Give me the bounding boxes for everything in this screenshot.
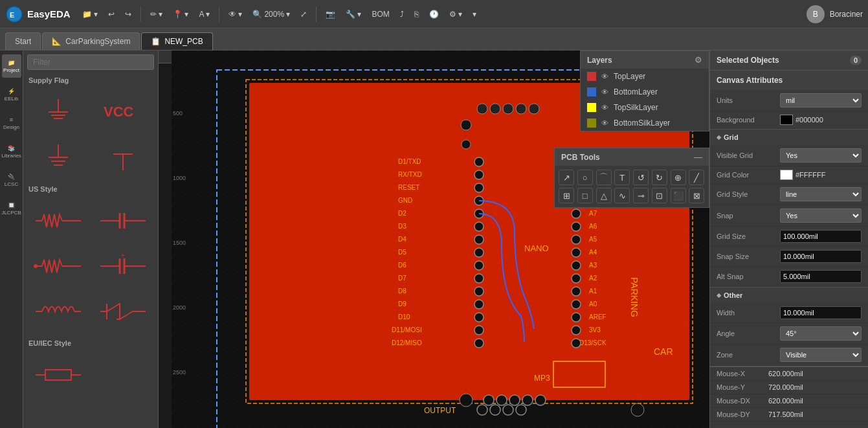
pcb-tool-arc[interactable]: ⌒ — [596, 170, 612, 185]
pcb-tool-via[interactable]: ⊕ — [671, 170, 686, 185]
list-item[interactable] — [28, 291, 88, 332]
filter-input[interactable] — [27, 54, 154, 70]
tab-carparkingsystem[interactable]: 📐 CarParkingSystem — [42, 32, 140, 50]
pcb-tool-rotate-cw[interactable]: ↻ — [652, 170, 667, 185]
list-item[interactable] — [28, 92, 88, 132]
alt-snap-input[interactable] — [780, 270, 862, 283]
pcb-tool-measure[interactable]: ⊸ — [633, 188, 649, 203]
pcb-tool-cutout[interactable]: ⊡ — [652, 188, 667, 203]
sidebar-eelib-btn[interactable]: ⚡ EELib — [2, 83, 21, 106]
history-btn[interactable]: 🕐 — [425, 7, 443, 21]
draw-menu-btn[interactable]: ✏ ▾ — [146, 7, 166, 21]
visible-grid-row: Visible Grid Yes No — [710, 145, 868, 166]
pcb-tool-3d[interactable]: ⬛ — [671, 188, 686, 203]
pcb-tool-rect[interactable]: □ — [577, 188, 593, 203]
redo-btn[interactable]: ↪ — [121, 7, 135, 21]
pcb-tool-copper[interactable]: ∿ — [614, 188, 630, 203]
grid-size-label: Grid Size — [717, 232, 775, 240]
angle-select[interactable]: 0° 45° 90° 180° — [780, 326, 862, 341]
layer-item-bottomlayer[interactable]: 👁 BottomLayer — [581, 84, 709, 100]
snap-size-input[interactable] — [780, 250, 862, 263]
layer-item-toplayer[interactable]: 👁 TopLayer — [581, 69, 709, 84]
place-menu-btn[interactable]: 📍 ▾ — [169, 7, 192, 21]
fit-btn[interactable]: ⤢ — [296, 7, 311, 21]
other-label: Other — [724, 291, 742, 299]
tab-start[interactable]: Start — [5, 32, 41, 50]
export-btn[interactable]: ⤴ — [396, 7, 408, 21]
pcb-tool-circle[interactable]: ○ — [577, 170, 593, 185]
units-select[interactable]: mil mm inch — [780, 93, 862, 107]
bottomlayer-visibility-icon[interactable]: 👁 — [601, 88, 608, 96]
app-logo[interactable]: E EasyEDA — [5, 5, 71, 23]
background-value[interactable]: #000000 — [780, 115, 862, 125]
list-item[interactable] — [93, 291, 153, 332]
grid-style-row: Grid Style line dot — [710, 184, 868, 205]
sidebar-jlcpcb-btn[interactable]: 🔲 JLCPCB — [2, 197, 21, 220]
grid-color-text: #FFFFFF — [796, 171, 825, 179]
background-color-swatch[interactable] — [780, 115, 793, 125]
list-item[interactable] — [93, 137, 153, 177]
canvas-content[interactable]: INPUT D1/TXD RX/TXD RESET GND D2 — [172, 51, 709, 428]
toplayer-label: TopLayer — [614, 72, 645, 81]
inductor-symbol — [32, 295, 84, 328]
sidebar-design-manager-btn[interactable]: ≡ Design — [2, 111, 21, 135]
pcb-tool-keepout[interactable]: ⊠ — [689, 188, 704, 203]
grid-size-input[interactable] — [780, 230, 862, 243]
text-menu-btn[interactable]: A ▾ — [195, 7, 214, 21]
other-section-header: Other — [710, 287, 868, 303]
svg-text:D4: D4 — [398, 236, 406, 243]
canvas-area[interactable]: -500 -250 0 500 1000 1500 2000 2500 3000 — [159, 51, 709, 428]
bom-btn[interactable]: BOM — [368, 7, 393, 21]
share-btn[interactable]: ⎘ — [410, 7, 423, 21]
toplayer-visibility-icon[interactable]: 👁 — [601, 73, 608, 80]
tab-start-label: Start — [15, 37, 31, 46]
settings-menu-btn[interactable]: ⚙ ▾ — [445, 7, 466, 21]
snap-select[interactable]: Yes No — [780, 208, 862, 223]
list-item[interactable]: VCC — [93, 92, 153, 132]
zone-select[interactable]: Visible Hidden — [780, 348, 862, 362]
grid-style-select[interactable]: line dot — [780, 187, 862, 201]
bottomsilk-visibility-icon[interactable]: 👁 — [601, 119, 608, 127]
grid-section-header: Grid — [710, 130, 868, 145]
tab-new-pcb[interactable]: 📋 NEW_PCB — [141, 32, 212, 50]
zoom-btn[interactable]: 🔍 200% ▾ — [249, 7, 294, 21]
list-item[interactable]: + — [93, 246, 153, 286]
visible-grid-select[interactable]: Yes No — [780, 148, 862, 163]
pcb-tool-line[interactable]: ╱ — [689, 170, 704, 185]
pcb-tool-polygon[interactable]: △ — [596, 188, 612, 203]
svg-text:2500: 2500 — [173, 369, 186, 376]
svg-text:2000: 2000 — [173, 304, 186, 311]
pcb-tool-text[interactable]: T — [614, 170, 630, 185]
grid-color-swatch[interactable] — [780, 170, 793, 180]
layers-settings-btn[interactable]: ⚙ — [695, 55, 702, 65]
svg-text:D1/TXD: D1/TXD — [398, 158, 421, 165]
pcb-tool-rotate-ccw[interactable]: ↺ — [633, 170, 649, 185]
file-menu-btn[interactable]: 📁 ▾ — [78, 7, 102, 21]
units-value[interactable]: mil mm inch — [780, 93, 862, 107]
list-item[interactable] — [28, 355, 88, 395]
pcb-tools-minimize-btn[interactable]: — — [694, 152, 702, 162]
pcb-tool-pad[interactable]: ⊞ — [559, 188, 574, 203]
svg-text:A3: A3 — [589, 262, 597, 269]
width-input[interactable] — [780, 306, 862, 319]
view-menu-btn[interactable]: 👁 ▾ — [225, 7, 246, 21]
more-btn[interactable]: ▾ — [469, 7, 480, 21]
sidebar-project-btn[interactable]: 📁 Project — [2, 54, 21, 78]
sidebar-lcsc-btn[interactable]: 🔌 LCSC — [2, 168, 21, 192]
snap-size-label: Snap Size — [717, 253, 775, 260]
svg-point-108 — [496, 395, 507, 405]
sidebar-libraries-btn[interactable]: 📚 Libraries — [2, 140, 21, 163]
left-sidebar: 📁 Project ⚡ EELib ≡ Design 📚 Libraries 🔌 — [0, 51, 159, 428]
layer-item-topsilk[interactable]: 👁 TopSilkLayer — [581, 100, 709, 115]
avatar[interactable]: B — [807, 5, 825, 23]
undo-btn[interactable]: ↩ — [104, 7, 118, 21]
list-item[interactable] — [93, 201, 153, 241]
pcb-tool-route[interactable]: ↗ — [559, 170, 574, 185]
topsilk-visibility-icon[interactable]: 👁 — [601, 104, 608, 111]
layer-item-bottomsilk[interactable]: 👁 BottomSilkLayer — [581, 115, 709, 131]
screenshot-btn[interactable]: 📷 — [322, 7, 339, 21]
list-item[interactable] — [28, 201, 88, 241]
list-item[interactable] — [28, 137, 88, 177]
list-item[interactable] — [28, 246, 88, 286]
tools-menu-btn[interactable]: 🔧 ▾ — [342, 7, 365, 21]
